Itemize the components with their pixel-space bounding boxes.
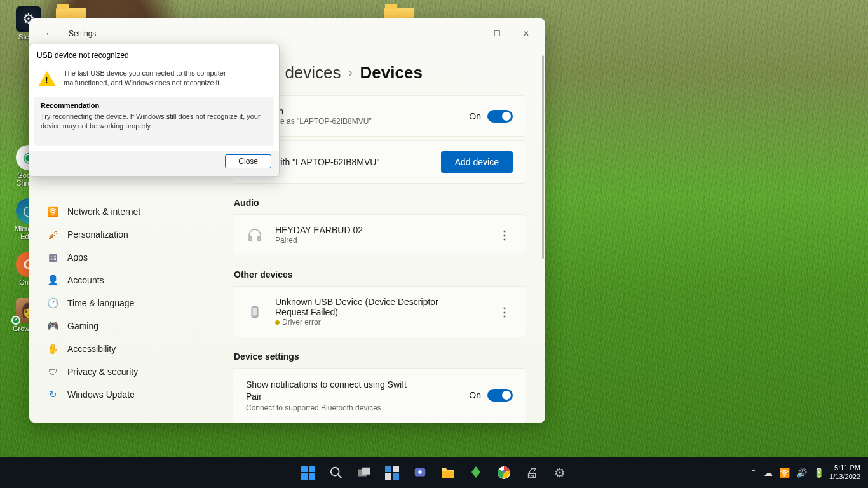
- sims-button[interactable]: [464, 461, 488, 485]
- device-settings-header: Device settings: [234, 351, 526, 362]
- taskbar-clock[interactable]: 5:11 PM 1/13/2022: [829, 464, 860, 482]
- sidebar-item-accounts[interactable]: 👤Accounts: [32, 269, 217, 292]
- widgets-button[interactable]: [380, 461, 404, 485]
- back-button[interactable]: ←: [42, 25, 57, 42]
- audio-header: Audio: [234, 198, 526, 208]
- usb-dialog-title: USB device not recognized: [29, 44, 279, 65]
- sidebar-item-privacy[interactable]: 🛡Privacy & security: [32, 360, 217, 383]
- chrome-taskbar-button[interactable]: [492, 461, 516, 485]
- sidebar-item-update[interactable]: ↻Windows Update: [32, 383, 217, 406]
- taskbar-right: ⌃ ☁ 🛜 🔊 🔋 5:11 PM 1/13/2022: [750, 464, 860, 482]
- svg-rect-3: [253, 308, 257, 315]
- battery-tray-icon[interactable]: 🔋: [813, 468, 824, 478]
- wifi-icon: 🛜: [47, 206, 58, 217]
- clock-time: 5:11 PM: [829, 464, 860, 473]
- phone-icon: [246, 303, 264, 321]
- svg-rect-15: [393, 473, 399, 480]
- maximize-button[interactable]: ☐: [483, 24, 511, 43]
- svg-point-8: [331, 468, 339, 476]
- other-device-name: Unknown USB Device (Device Descriptor Re…: [275, 297, 472, 317]
- breadcrumb-current: Devices: [360, 63, 423, 83]
- printer-button[interactable]: 🖨: [520, 461, 544, 485]
- svg-rect-7: [309, 473, 315, 480]
- swift-pair-card: Show notifications to connect using Swif…: [233, 368, 526, 423]
- svg-rect-11: [362, 468, 370, 475]
- warning-dot-icon: [275, 320, 280, 325]
- more-options-button[interactable]: ⋮: [496, 302, 513, 322]
- recommendation-text: Try reconnecting the device. If Windows …: [41, 112, 268, 131]
- other-devices-header: Other devices: [234, 269, 526, 280]
- svg-rect-18: [442, 471, 454, 478]
- taskbar-center: 🖨 ⚙: [296, 461, 572, 485]
- add-device-button[interactable]: Add device: [441, 151, 513, 173]
- swift-toggle-label: On: [469, 390, 481, 400]
- svg-rect-4: [301, 466, 308, 472]
- tray-chevron-icon[interactable]: ⌃: [750, 468, 757, 478]
- usb-recommendation-panel: Recommendation Try reconnecting the devi…: [34, 97, 274, 146]
- settings-taskbar-button[interactable]: ⚙: [548, 461, 572, 485]
- start-button[interactable]: [296, 461, 320, 485]
- onedrive-icon[interactable]: ☁: [764, 468, 773, 478]
- task-view-button[interactable]: [352, 461, 376, 485]
- sidebar-item-apps[interactable]: ▦Apps: [32, 246, 217, 269]
- usb-error-dialog: USB device not recognized The last USB d…: [29, 44, 280, 177]
- svg-rect-1: [258, 236, 261, 241]
- svg-line-9: [338, 475, 342, 478]
- search-button[interactable]: [324, 461, 348, 485]
- svg-rect-0: [249, 236, 252, 241]
- swift-pair-title: Show notifications to connect using Swif…: [246, 379, 411, 403]
- minimize-button[interactable]: —: [454, 24, 482, 43]
- svg-rect-6: [301, 473, 308, 480]
- close-window-button[interactable]: ✕: [512, 24, 540, 43]
- svg-point-17: [418, 470, 422, 474]
- more-options-button[interactable]: ⋮: [496, 226, 513, 245]
- svg-rect-13: [393, 466, 399, 472]
- accessibility-icon: ✋: [47, 343, 58, 355]
- chevron-right-icon: ›: [349, 66, 353, 79]
- svg-rect-14: [385, 473, 391, 480]
- audio-device-card[interactable]: HEYDAY EARBUD 02 Paired ⋮: [233, 214, 526, 255]
- bluetooth-toggle-label: On: [469, 111, 481, 121]
- usb-close-button[interactable]: Close: [225, 154, 271, 168]
- bluetooth-toggle[interactable]: [487, 110, 513, 123]
- headphones-icon: [246, 226, 264, 244]
- wifi-tray-icon[interactable]: 🛜: [779, 468, 790, 478]
- file-explorer-button[interactable]: [436, 461, 460, 485]
- sidebar-item-network[interactable]: 🛜Network & internet: [32, 200, 217, 223]
- other-device-status: Driver error: [275, 318, 472, 327]
- usb-dialog-message: The last USB device you connected to thi…: [64, 69, 270, 88]
- audio-device-status: Paired: [275, 236, 363, 245]
- gaming-icon: 🎮: [47, 320, 58, 332]
- swift-pair-toggle[interactable]: [487, 389, 513, 402]
- accounts-icon: 👤: [47, 274, 58, 286]
- audio-device-name: HEYDAY EARBUD 02: [275, 225, 363, 235]
- swift-pair-sub: Connect to supported Bluetooth devices: [246, 403, 411, 412]
- chat-button[interactable]: [408, 461, 432, 485]
- svg-rect-5: [309, 466, 315, 472]
- sidebar-item-gaming[interactable]: 🎮Gaming: [32, 315, 217, 337]
- other-device-card[interactable]: Unknown USB Device (Device Descriptor Re…: [233, 286, 526, 337]
- sidebar-item-accessibility[interactable]: ✋Accessibility: [32, 337, 217, 360]
- warning-icon: [38, 71, 56, 86]
- apps-icon: ▦: [47, 252, 58, 263]
- recommendation-title: Recommendation: [41, 102, 268, 109]
- sync-checkmark-icon: [11, 316, 20, 325]
- clock-date: 1/13/2022: [829, 473, 860, 482]
- sidebar-item-time[interactable]: 🕐Time & language: [32, 292, 217, 315]
- sidebar-item-personalization[interactable]: 🖌Personalization: [32, 223, 217, 246]
- scrollbar[interactable]: [542, 55, 544, 259]
- update-icon: ↻: [47, 389, 58, 400]
- volume-tray-icon[interactable]: 🔊: [796, 468, 807, 478]
- svg-rect-12: [385, 466, 391, 472]
- shield-icon: 🛡: [47, 366, 58, 377]
- brush-icon: 🖌: [47, 229, 58, 240]
- window-title: Settings: [69, 29, 96, 38]
- taskbar: 🖨 ⚙ ⌃ ☁ 🛜 🔊 🔋 5:11 PM 1/13/2022: [0, 458, 868, 488]
- clock-icon: 🕐: [47, 297, 58, 309]
